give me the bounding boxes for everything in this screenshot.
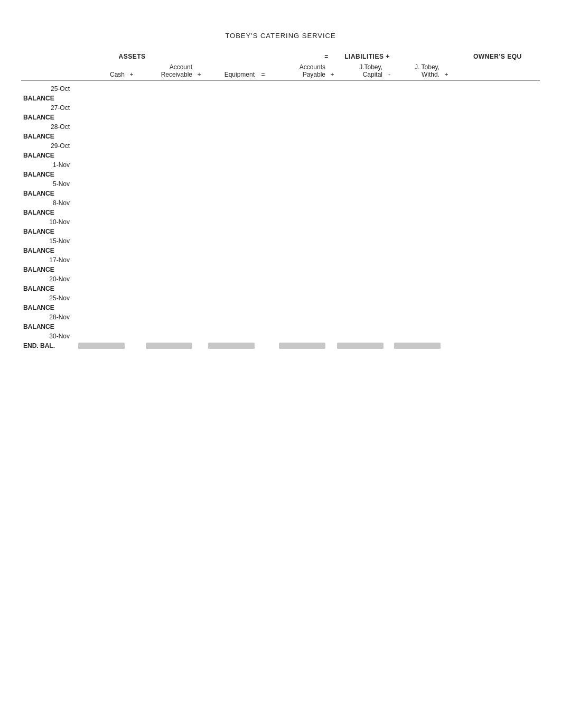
table-row: 8-Nov	[21, 198, 540, 208]
value-cell	[74, 343, 127, 349]
table-row: 27-Oct	[21, 103, 540, 113]
blurred-value	[394, 343, 441, 349]
table-row: 25-Nov	[21, 293, 540, 303]
date-cell: 17-Nov	[21, 256, 74, 264]
value-cell	[394, 343, 442, 349]
table-row: END. BAL.	[21, 341, 540, 351]
owners-header: OWNER'S EQU	[468, 52, 540, 60]
blurred-value	[337, 343, 384, 349]
liabilities-header: LIABILITIES +	[333, 52, 401, 60]
balance-label: BALANCE	[21, 266, 74, 273]
date-cell: 30-Nov	[21, 333, 74, 340]
table-row: BALANCE	[21, 246, 540, 255]
end-balance-label: END. BAL.	[21, 342, 74, 349]
plus4-header: +	[442, 70, 451, 78]
balance-label: BALANCE	[21, 190, 74, 197]
date-cell: 8-Nov	[21, 199, 74, 207]
balance-label: BALANCE	[21, 114, 74, 121]
date-cell: 28-Nov	[21, 314, 74, 321]
ap-header: Accounts Payable	[269, 63, 328, 78]
table-row: 1-Nov	[21, 160, 540, 170]
date-cell: 5-Nov	[21, 180, 74, 188]
data-rows: 25-OctBALANCE27-OctBALANCE28-OctBALANCE2…	[21, 84, 540, 351]
value-cell	[337, 343, 385, 349]
balance-label: BALANCE	[21, 95, 74, 102]
table-row: BALANCE	[21, 322, 540, 331]
value-cell	[136, 343, 194, 349]
table-row: 15-Nov	[21, 236, 540, 246]
table-row: BALANCE	[21, 151, 540, 160]
table-row: 17-Nov	[21, 255, 540, 265]
table-row: 28-Oct	[21, 122, 540, 132]
plus3-header: +	[328, 70, 337, 78]
capital-header: J.Tobey, Capital	[337, 63, 385, 78]
company-title: TOBEY'S CATERING SERVICE	[21, 32, 540, 40]
table-row: BALANCE	[21, 189, 540, 198]
value-cell	[204, 343, 257, 349]
date-cell: 15-Nov	[21, 237, 74, 245]
balance-label: BALANCE	[21, 323, 74, 330]
table-row: BALANCE	[21, 284, 540, 293]
table-row: 25-Oct	[21, 84, 540, 94]
balance-label: BALANCE	[21, 209, 74, 216]
date-cell: 1-Nov	[21, 161, 74, 169]
balance-label: BALANCE	[21, 152, 74, 159]
equipment-header: Equipment	[204, 71, 257, 78]
date-cell: 25-Nov	[21, 294, 74, 302]
withd-header: J. Tobey, Withd.	[394, 63, 442, 78]
table-row: BALANCE	[21, 170, 540, 179]
balance-label: BALANCE	[21, 304, 74, 311]
date-cell: 25-Oct	[21, 85, 74, 93]
blurred-value	[208, 343, 255, 349]
plus1-header: +	[127, 70, 136, 78]
date-cell: 20-Nov	[21, 275, 74, 283]
table-row: BALANCE	[21, 132, 540, 141]
date-cell: 29-Oct	[21, 142, 74, 150]
assets-header: ASSETS	[74, 52, 190, 60]
table-row: BALANCE	[21, 303, 540, 312]
date-cell: 27-Oct	[21, 104, 74, 112]
balance-label: BALANCE	[21, 247, 74, 254]
table-row: BALANCE	[21, 265, 540, 274]
table-row: BALANCE	[21, 94, 540, 103]
date-cell: 28-Oct	[21, 123, 74, 131]
table-row: 10-Nov	[21, 217, 540, 227]
date-cell: 10-Nov	[21, 218, 74, 226]
balance-label: BALANCE	[21, 171, 74, 178]
table-row: 28-Nov	[21, 312, 540, 322]
ar-header: Account Receivable	[136, 63, 194, 78]
balance-label: BALANCE	[21, 133, 74, 140]
table-row: BALANCE	[21, 208, 540, 217]
table-row: BALANCE	[21, 113, 540, 122]
blurred-value	[146, 343, 192, 349]
balance-label: BALANCE	[21, 285, 74, 292]
blurred-value	[78, 343, 125, 349]
table-row: 20-Nov	[21, 274, 540, 284]
table-row: 29-Oct	[21, 141, 540, 151]
table-row: 5-Nov	[21, 179, 540, 189]
minus-header: -	[385, 70, 394, 78]
page-container: TOBEY'S CATERING SERVICE ASSETS = LIABIL…	[0, 0, 561, 382]
value-cell	[269, 343, 328, 349]
balance-label: BALANCE	[21, 228, 74, 235]
eq-sign-top: =	[320, 52, 333, 60]
equals-header: =	[257, 70, 269, 78]
table-row: BALANCE	[21, 227, 540, 236]
table-row: 30-Nov	[21, 331, 540, 341]
cash-header: Cash	[74, 71, 127, 78]
plus2-header: +	[194, 70, 204, 78]
blurred-value	[279, 343, 325, 349]
